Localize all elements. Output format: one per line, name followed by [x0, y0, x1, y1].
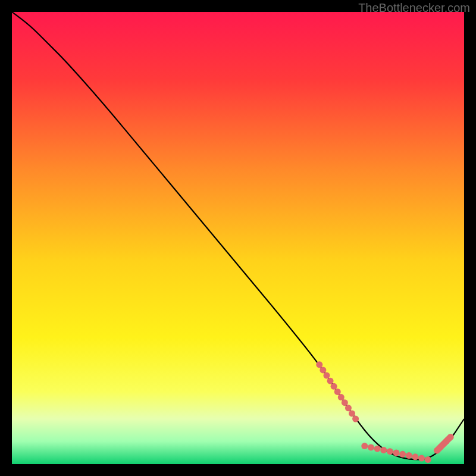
highlight-dot	[447, 434, 454, 440]
highlight-dot	[393, 450, 400, 456]
highlight-marks	[316, 361, 453, 463]
highlight-dot	[323, 372, 330, 379]
highlight-dot	[320, 367, 326, 373]
chart-plot-area	[12, 12, 464, 464]
highlight-dot	[352, 416, 359, 422]
highlight-dot	[331, 383, 337, 390]
highlight-dot	[334, 389, 341, 395]
chart-curve-layer	[12, 12, 464, 464]
highlight-dot	[368, 444, 374, 450]
highlight-dot	[425, 456, 431, 463]
highlight-dot	[316, 361, 322, 368]
highlight-dot	[342, 399, 348, 406]
highlight-dot	[406, 452, 412, 459]
highlight-dot	[345, 405, 352, 411]
highlight-dot	[418, 455, 425, 462]
highlight-dot	[374, 446, 381, 452]
highlight-dot	[399, 451, 406, 458]
attribution-text: TheBottlenecker.com	[358, 1, 470, 15]
highlight-dot	[361, 443, 368, 449]
highlight-dot	[380, 447, 387, 453]
highlight-dot	[349, 410, 355, 416]
highlight-dot	[412, 453, 418, 460]
bottleneck-curve-line	[12, 12, 464, 459]
highlight-dot	[327, 378, 334, 384]
highlight-dot	[387, 448, 393, 455]
highlight-dot	[338, 394, 345, 400]
